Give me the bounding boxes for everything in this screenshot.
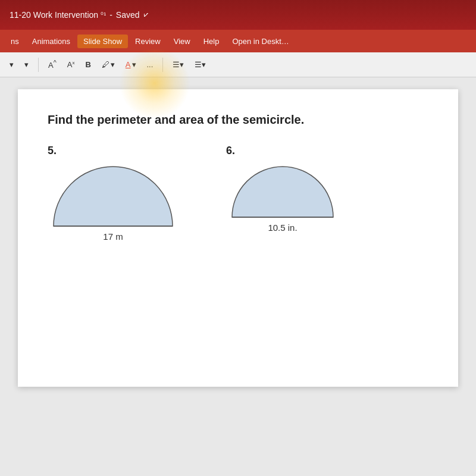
title-bar: 11-20 Work Intervention ⁰¹ - Saved 🗸 <box>0 0 476 30</box>
problem-5-number: 5. <box>48 145 57 157</box>
decrease-font-button[interactable]: Ax <box>62 58 80 71</box>
problem-5: 5. 17 m <box>48 145 178 242</box>
highlight-button[interactable]: 🖊▾ <box>97 58 120 71</box>
semicircle-6-container: 10.5 in. <box>226 161 339 233</box>
font-color-button[interactable]: A▾ <box>121 58 141 71</box>
font-size-dropdown[interactable]: ▾ <box>20 58 33 71</box>
menu-item-view[interactable]: View <box>168 35 196 48</box>
slide: Find the perimeter and area of the semic… <box>18 89 458 387</box>
menu-item-help[interactable]: Help <box>198 35 226 48</box>
numbered-list-button[interactable]: ☰▾ <box>190 58 211 71</box>
problem-6-measurement: 10.5 in. <box>268 223 297 233</box>
problem-5-measurement: 17 m <box>103 231 123 242</box>
save-status: Saved <box>116 10 140 20</box>
more-options-button[interactable]: ... <box>142 58 158 71</box>
menu-item-ns[interactable]: ns <box>5 35 25 48</box>
semicircle-5-svg <box>48 161 178 229</box>
font-size-group: ▾ ▾ <box>5 58 33 71</box>
text-format-group: A^ Ax B 🖊▾ A▾ ... <box>43 57 158 72</box>
semicircle-5-container: 17 m <box>48 161 178 242</box>
menu-item-slideshow[interactable]: Slide Show <box>77 35 128 48</box>
toolbar: ▾ ▾ A^ Ax B 🖊▾ A▾ ... <box>0 52 476 77</box>
menu-item-open-desktop[interactable]: Open in Deskt… <box>226 35 295 48</box>
bold-button[interactable]: B <box>80 58 95 71</box>
menu-item-review[interactable]: Review <box>129 35 167 48</box>
problems-row: 5. 17 m 6. <box>48 145 428 242</box>
font-family-dropdown[interactable]: ▾ <box>5 58 18 71</box>
semicircle-6-svg <box>226 161 339 220</box>
list-group: ☰▾ ☰▾ <box>168 58 211 71</box>
save-chevron: 🗸 <box>142 10 151 20</box>
menu-bar: ns Animations Slide Show Review View Hel… <box>0 30 476 52</box>
increase-font-button[interactable]: A^ <box>43 57 61 72</box>
title-icon: ⁰¹ <box>101 11 106 19</box>
slide-title: Find the perimeter and area of the semic… <box>48 113 428 127</box>
document-title: 11-20 Work Intervention <box>10 10 98 20</box>
slide-area: Find the perimeter and area of the semic… <box>0 77 476 476</box>
toolbar-separator-2 <box>162 58 163 72</box>
problem-6-number: 6. <box>226 145 235 157</box>
problem-6: 6. 10.5 in. <box>226 145 339 233</box>
menu-item-animations[interactable]: Animations <box>26 35 76 48</box>
toolbar-separator-1 <box>38 58 39 72</box>
bullet-list-button[interactable]: ☰▾ <box>168 58 189 71</box>
separator: - <box>109 10 112 20</box>
